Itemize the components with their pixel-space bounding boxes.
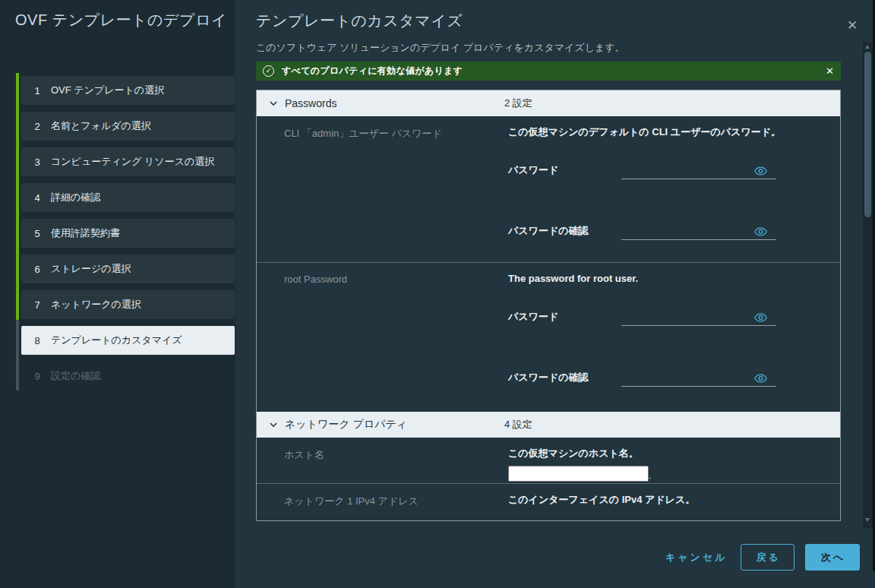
step-label: OVF テンプレートの選択: [51, 84, 164, 97]
vertical-scrollbar[interactable]: [863, 42, 873, 528]
step-label: 名前とフォルダの選択: [51, 119, 151, 133]
root-password-input[interactable]: [621, 308, 776, 325]
dialog-title: OVF テンプレートのデプロイ: [15, 9, 232, 31]
section-header-passwords[interactable]: Passwords 2 設定: [257, 90, 840, 116]
root-password-confirm-input[interactable]: [621, 369, 776, 386]
field-label: パスワードの確認: [508, 224, 621, 240]
wizard-footer: キャンセル 戻る 次へ: [665, 544, 860, 571]
step-number: 5: [31, 228, 43, 239]
password-input-wrap: [621, 308, 776, 326]
next-button[interactable]: 次へ: [805, 544, 860, 571]
step-number: 6: [31, 264, 43, 275]
back-button[interactable]: 戻る: [741, 544, 794, 571]
property-description: この仮想マシンのホスト名。: [508, 447, 822, 460]
section-title: ネットワーク プロパティ: [285, 418, 407, 432]
field-label: パスワード: [508, 310, 621, 326]
section-title: Passwords: [285, 97, 336, 109]
chevron-down-icon: [269, 420, 278, 429]
step-label: 詳細の確認: [51, 191, 100, 204]
eye-icon[interactable]: [754, 226, 767, 237]
banner-message: すべてのプロパティに有効な値があります: [282, 65, 463, 77]
step-number: 7: [31, 299, 43, 311]
validation-success-banner: ✓ すべてのプロパティに有効な値があります ✕: [256, 62, 841, 81]
chevron-down-icon: [269, 99, 278, 108]
properties-grid: Passwords 2 設定 CLI 「admin」ユーザー パスワード この仮…: [256, 90, 841, 521]
step-label: 使用許諾契約書: [51, 226, 120, 240]
progress-bar-remaining: [16, 320, 19, 390]
step-number: 9: [31, 371, 43, 382]
password-input-wrap: [621, 369, 776, 387]
property-label: ホスト名: [284, 448, 324, 462]
step-label: コンピューティング リソースの選択: [51, 155, 214, 169]
property-row-ipv4-address: ネットワーク 1 IPv4 アドレス このインターフェイスの IPv4 アドレス…: [257, 484, 840, 521]
step-number: 2: [31, 121, 43, 132]
banner-close-icon[interactable]: ✕: [826, 65, 834, 77]
page-subtitle: このソフトウェア ソリューションのデプロイ プロパティをカスタマイズします。: [256, 41, 625, 55]
hostname-input[interactable]: [508, 466, 649, 482]
step-8-customize-template[interactable]: 8 テンプレートのカスタマイズ: [21, 326, 235, 355]
eye-icon[interactable]: [754, 166, 767, 176]
cli-admin-password-input[interactable]: [621, 162, 776, 179]
step-label: ネットワークの選択: [51, 298, 141, 311]
property-row-root-password: root Password The password for root user…: [257, 263, 840, 412]
section-count: 4 設定: [504, 418, 532, 432]
property-label: CLI 「admin」ユーザー パスワード: [284, 127, 442, 141]
step-label: ストレージの選択: [51, 262, 131, 276]
wizard-sidebar: OVF テンプレートのデプロイ 1 OVF テンプレートの選択 2 名前とフォル…: [0, 0, 235, 588]
progress-bar-complete: [16, 73, 19, 320]
section-header-network[interactable]: ネットワーク プロパティ 4 設定: [257, 412, 840, 438]
property-label: ネットワーク 1 IPv4 アドレス: [284, 495, 419, 508]
step-2-select-name-folder[interactable]: 2 名前とフォルダの選択: [21, 112, 235, 141]
section-count: 2 設定: [504, 96, 532, 110]
scroll-down-arrow-icon[interactable]: [865, 518, 870, 522]
property-row-hostname: ホスト名 この仮想マシンのホスト名。: [257, 438, 840, 484]
property-description: The password for root user.: [508, 273, 822, 285]
step-label: 設定の確認: [51, 369, 100, 383]
cancel-button[interactable]: キャンセル: [665, 551, 728, 564]
wizard-steps: 1 OVF テンプレートの選択 2 名前とフォルダの選択 3 コンピューティング…: [21, 76, 235, 397]
step-number: 1: [31, 85, 43, 96]
step-5-license-agreements[interactable]: 5 使用許諾契約書: [21, 219, 235, 248]
scrollbar-thumb[interactable]: [864, 52, 871, 217]
text-input-wrap: [508, 466, 651, 479]
field-label: パスワードの確認: [508, 371, 621, 387]
field-label: パスワード: [508, 163, 621, 179]
cli-admin-password-confirm-input[interactable]: [621, 223, 776, 239]
step-9-ready-to-complete: 9 設定の確認: [21, 362, 235, 390]
property-description: この仮想マシンのデフォルトの CLI ユーザーのパスワード。: [508, 126, 822, 138]
step-label: テンプレートのカスタマイズ: [51, 334, 182, 347]
password-input-wrap: [621, 223, 776, 240]
page-title: テンプレートのカスタマイズ: [256, 11, 463, 31]
close-icon[interactable]: ✕: [845, 16, 859, 35]
password-input-wrap: [621, 162, 776, 179]
step-7-select-networks[interactable]: 7 ネットワークの選択: [21, 290, 235, 319]
step-1-select-ovf-template[interactable]: 1 OVF テンプレートの選択: [21, 76, 235, 105]
property-description: このインターフェイスの IPv4 アドレス。: [508, 494, 822, 506]
step-3-select-compute-resource[interactable]: 3 コンピューティング リソースの選択: [21, 147, 235, 176]
eye-icon[interactable]: [754, 312, 767, 323]
step-number: 4: [31, 192, 43, 204]
deploy-ovf-dialog: OVF テンプレートのデプロイ 1 OVF テンプレートの選択 2 名前とフォル…: [0, 0, 875, 588]
scroll-up-arrow-icon[interactable]: [865, 45, 870, 49]
step-number: 3: [31, 156, 43, 168]
step-6-select-storage[interactable]: 6 ストレージの選択: [21, 254, 235, 283]
step-4-review-details[interactable]: 4 詳細の確認: [21, 183, 235, 212]
property-label: root Password: [284, 273, 347, 285]
property-row-cli-admin-password: CLI 「admin」ユーザー パスワード この仮想マシンのデフォルトの CLI…: [257, 116, 840, 263]
step-number: 8: [31, 335, 43, 346]
eye-icon[interactable]: [754, 373, 767, 384]
check-circle-icon: ✓: [263, 65, 274, 77]
